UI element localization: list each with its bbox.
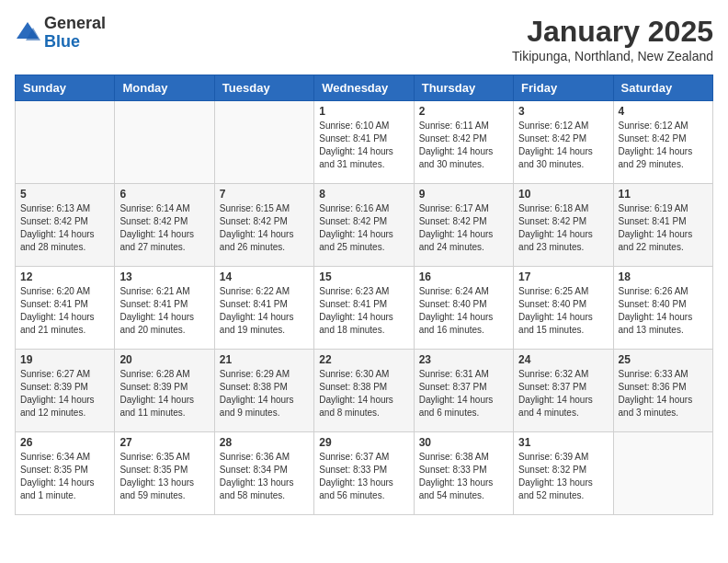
calendar-week-row: 5Sunrise: 6:13 AM Sunset: 8:42 PM Daylig…: [16, 184, 713, 267]
day-number: 20: [119, 353, 209, 366]
day-info: Sunrise: 6:35 AM Sunset: 8:35 PM Dayligh…: [119, 451, 209, 502]
calendar-cell: 6Sunrise: 6:14 AM Sunset: 8:42 PM Daylig…: [115, 184, 214, 267]
day-number: 28: [220, 436, 309, 449]
calendar-cell: 14Sunrise: 6:22 AM Sunset: 8:41 PM Dayli…: [214, 267, 313, 350]
day-number: 7: [220, 188, 309, 201]
day-number: 3: [518, 105, 608, 118]
day-info: Sunrise: 6:39 AM Sunset: 8:32 PM Dayligh…: [518, 451, 608, 502]
day-info: Sunrise: 6:27 AM Sunset: 8:39 PM Dayligh…: [20, 368, 109, 419]
weekday-header: Thursday: [414, 75, 513, 101]
calendar-cell: 21Sunrise: 6:29 AM Sunset: 8:38 PM Dayli…: [214, 350, 313, 432]
logo-general-text: General: [44, 14, 106, 32]
day-number: 14: [220, 270, 309, 283]
day-number: 17: [518, 270, 608, 283]
day-info: Sunrise: 6:30 AM Sunset: 8:38 PM Dayligh…: [319, 368, 408, 419]
day-info: Sunrise: 6:11 AM Sunset: 8:42 PM Dayligh…: [419, 120, 508, 171]
calendar-week-row: 1Sunrise: 6:10 AM Sunset: 8:41 PM Daylig…: [16, 101, 713, 184]
calendar-cell: 4Sunrise: 6:12 AM Sunset: 8:42 PM Daylig…: [613, 101, 712, 184]
calendar-cell: 24Sunrise: 6:32 AM Sunset: 8:37 PM Dayli…: [514, 350, 613, 432]
day-number: 25: [619, 353, 708, 366]
day-info: Sunrise: 6:20 AM Sunset: 8:41 PM Dayligh…: [20, 285, 109, 337]
day-number: 23: [419, 353, 508, 366]
calendar-cell: [214, 101, 313, 184]
calendar-cell: 3Sunrise: 6:12 AM Sunset: 8:42 PM Daylig…: [514, 101, 613, 184]
calendar-cell: 7Sunrise: 6:15 AM Sunset: 8:42 PM Daylig…: [214, 184, 313, 267]
weekday-header: Tuesday: [214, 75, 313, 101]
day-info: Sunrise: 6:37 AM Sunset: 8:33 PM Dayligh…: [319, 451, 408, 502]
day-info: Sunrise: 6:31 AM Sunset: 8:37 PM Dayligh…: [419, 368, 508, 419]
calendar-cell: 11Sunrise: 6:19 AM Sunset: 8:41 PM Dayli…: [613, 184, 712, 267]
calendar-cell: 27Sunrise: 6:35 AM Sunset: 8:35 PM Dayli…: [115, 432, 214, 515]
day-info: Sunrise: 6:17 AM Sunset: 8:42 PM Dayligh…: [419, 202, 508, 254]
weekday-header: Saturday: [613, 75, 712, 101]
logo: General Blue: [15, 15, 106, 52]
calendar-cell: 18Sunrise: 6:26 AM Sunset: 8:40 PM Dayli…: [613, 267, 712, 350]
calendar-table: SundayMondayTuesdayWednesdayThursdayFrid…: [15, 75, 713, 515]
day-info: Sunrise: 6:14 AM Sunset: 8:42 PM Dayligh…: [119, 202, 209, 254]
weekday-header-row: SundayMondayTuesdayWednesdayThursdayFrid…: [16, 75, 713, 101]
day-info: Sunrise: 6:22 AM Sunset: 8:41 PM Dayligh…: [220, 285, 309, 337]
calendar-cell: 12Sunrise: 6:20 AM Sunset: 8:41 PM Dayli…: [16, 267, 115, 350]
calendar-week-row: 26Sunrise: 6:34 AM Sunset: 8:35 PM Dayli…: [16, 432, 713, 515]
calendar-cell: 26Sunrise: 6:34 AM Sunset: 8:35 PM Dayli…: [16, 432, 115, 515]
day-number: 13: [119, 270, 209, 283]
calendar-cell: 2Sunrise: 6:11 AM Sunset: 8:42 PM Daylig…: [414, 101, 513, 184]
calendar-cell: 19Sunrise: 6:27 AM Sunset: 8:39 PM Dayli…: [16, 350, 115, 432]
calendar-cell: [115, 101, 214, 184]
day-number: 29: [319, 436, 408, 449]
calendar-cell: 1Sunrise: 6:10 AM Sunset: 8:41 PM Daylig…: [314, 101, 414, 184]
day-info: Sunrise: 6:32 AM Sunset: 8:37 PM Dayligh…: [518, 368, 608, 419]
day-number: 4: [619, 105, 708, 118]
day-info: Sunrise: 6:15 AM Sunset: 8:42 PM Dayligh…: [220, 202, 309, 254]
title-block: January 2025 Tikipunga, Northland, New Z…: [512, 15, 713, 63]
calendar-cell: 29Sunrise: 6:37 AM Sunset: 8:33 PM Dayli…: [314, 432, 414, 515]
calendar-cell: 30Sunrise: 6:38 AM Sunset: 8:33 PM Dayli…: [414, 432, 513, 515]
logo-blue-text: Blue: [44, 32, 80, 51]
day-info: Sunrise: 6:18 AM Sunset: 8:42 PM Dayligh…: [518, 202, 608, 254]
weekday-header: Sunday: [16, 75, 115, 101]
day-number: 2: [419, 105, 508, 118]
calendar-cell: 22Sunrise: 6:30 AM Sunset: 8:38 PM Dayli…: [314, 350, 414, 432]
day-info: Sunrise: 6:28 AM Sunset: 8:39 PM Dayligh…: [119, 368, 209, 419]
day-info: Sunrise: 6:12 AM Sunset: 8:42 PM Dayligh…: [518, 120, 608, 171]
day-number: 8: [319, 188, 408, 201]
calendar-cell: 17Sunrise: 6:25 AM Sunset: 8:40 PM Dayli…: [514, 267, 613, 350]
day-info: Sunrise: 6:38 AM Sunset: 8:33 PM Dayligh…: [419, 451, 508, 502]
day-info: Sunrise: 6:24 AM Sunset: 8:40 PM Dayligh…: [419, 285, 508, 337]
calendar-cell: [16, 101, 115, 184]
calendar-cell: 10Sunrise: 6:18 AM Sunset: 8:42 PM Dayli…: [514, 184, 613, 267]
logo-icon: [15, 20, 40, 46]
day-number: 31: [518, 436, 608, 449]
weekday-header: Monday: [115, 75, 214, 101]
day-number: 21: [220, 353, 309, 366]
day-number: 15: [319, 270, 408, 283]
day-info: Sunrise: 6:23 AM Sunset: 8:41 PM Dayligh…: [319, 285, 408, 337]
day-info: Sunrise: 6:10 AM Sunset: 8:41 PM Dayligh…: [319, 120, 408, 171]
location-text: Tikipunga, Northland, New Zealand: [512, 49, 713, 63]
day-info: Sunrise: 6:25 AM Sunset: 8:40 PM Dayligh…: [518, 285, 608, 337]
day-info: Sunrise: 6:26 AM Sunset: 8:40 PM Dayligh…: [619, 285, 708, 337]
day-number: 27: [119, 436, 209, 449]
calendar-cell: 5Sunrise: 6:13 AM Sunset: 8:42 PM Daylig…: [16, 184, 115, 267]
calendar-cell: [613, 432, 712, 515]
day-info: Sunrise: 6:16 AM Sunset: 8:42 PM Dayligh…: [319, 202, 408, 254]
day-info: Sunrise: 6:12 AM Sunset: 8:42 PM Dayligh…: [619, 120, 708, 171]
day-info: Sunrise: 6:34 AM Sunset: 8:35 PM Dayligh…: [20, 451, 109, 502]
day-number: 30: [419, 436, 508, 449]
calendar-cell: 9Sunrise: 6:17 AM Sunset: 8:42 PM Daylig…: [414, 184, 513, 267]
calendar-cell: 15Sunrise: 6:23 AM Sunset: 8:41 PM Dayli…: [314, 267, 414, 350]
calendar-cell: 20Sunrise: 6:28 AM Sunset: 8:39 PM Dayli…: [115, 350, 214, 432]
day-number: 10: [518, 188, 608, 201]
calendar-cell: 13Sunrise: 6:21 AM Sunset: 8:41 PM Dayli…: [115, 267, 214, 350]
calendar-week-row: 19Sunrise: 6:27 AM Sunset: 8:39 PM Dayli…: [16, 350, 713, 432]
calendar-cell: 8Sunrise: 6:16 AM Sunset: 8:42 PM Daylig…: [314, 184, 414, 267]
calendar-week-row: 12Sunrise: 6:20 AM Sunset: 8:41 PM Dayli…: [16, 267, 713, 350]
day-info: Sunrise: 6:13 AM Sunset: 8:42 PM Dayligh…: [20, 202, 109, 254]
day-number: 18: [619, 270, 708, 283]
day-number: 6: [119, 188, 209, 201]
calendar-cell: 25Sunrise: 6:33 AM Sunset: 8:36 PM Dayli…: [613, 350, 712, 432]
day-info: Sunrise: 6:19 AM Sunset: 8:41 PM Dayligh…: [619, 202, 708, 254]
calendar-cell: 31Sunrise: 6:39 AM Sunset: 8:32 PM Dayli…: [514, 432, 613, 515]
month-title: January 2025: [512, 15, 713, 49]
day-info: Sunrise: 6:29 AM Sunset: 8:38 PM Dayligh…: [220, 368, 309, 419]
